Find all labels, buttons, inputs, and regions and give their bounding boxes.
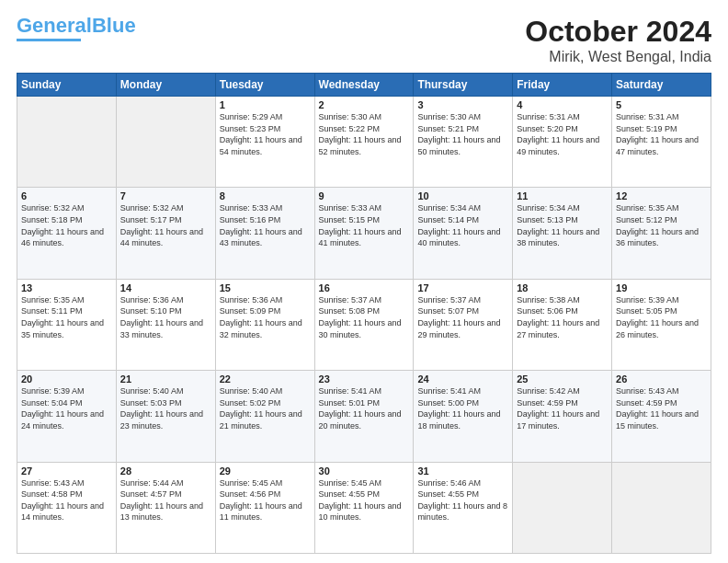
day-number: 26: [616, 373, 707, 385]
cell-details: Sunrise: 5:35 AMSunset: 5:12 PMDaylight:…: [616, 202, 707, 248]
cell-details: Sunrise: 5:39 AMSunset: 5:04 PMDaylight:…: [21, 385, 112, 431]
day-number: 4: [517, 99, 608, 110]
day-number: 8: [220, 190, 311, 201]
cell-details: Sunrise: 5:45 AMSunset: 4:56 PMDaylight:…: [220, 477, 311, 523]
week-row-1: 1Sunrise: 5:29 AMSunset: 5:23 PMDaylight…: [17, 97, 711, 188]
cell-details: Sunrise: 5:30 AMSunset: 5:21 PMDaylight:…: [417, 111, 508, 157]
day-number: 27: [21, 465, 112, 477]
day-number: 9: [319, 190, 410, 201]
day-cell: 26Sunrise: 5:43 AMSunset: 4:59 PMDayligh…: [612, 371, 711, 462]
day-cell: 28Sunrise: 5:44 AMSunset: 4:57 PMDayligh…: [116, 462, 215, 553]
day-cell: 9Sunrise: 5:33 AMSunset: 5:15 PMDaylight…: [314, 188, 414, 279]
cell-details: Sunrise: 5:33 AMSunset: 5:16 PMDaylight:…: [220, 202, 311, 248]
col-header-thursday: Thursday: [414, 74, 513, 97]
day-number: 13: [21, 282, 112, 293]
logo-blue: Blue: [92, 14, 136, 37]
day-number: 28: [120, 465, 211, 477]
cell-details: Sunrise: 5:42 AMSunset: 4:59 PMDaylight:…: [517, 385, 608, 431]
week-row-3: 13Sunrise: 5:35 AMSunset: 5:11 PMDayligh…: [17, 279, 711, 370]
cell-details: Sunrise: 5:45 AMSunset: 4:55 PMDaylight:…: [319, 477, 410, 523]
day-number: 6: [21, 190, 112, 201]
day-number: 5: [616, 99, 707, 110]
logo-underline: [17, 39, 81, 41]
week-row-5: 27Sunrise: 5:43 AMSunset: 4:58 PMDayligh…: [17, 462, 711, 553]
cell-details: Sunrise: 5:41 AMSunset: 5:01 PMDaylight:…: [319, 385, 410, 431]
day-cell: 1Sunrise: 5:29 AMSunset: 5:23 PMDaylight…: [215, 97, 314, 188]
logo-general: General: [17, 14, 92, 37]
day-cell: 7Sunrise: 5:32 AMSunset: 5:17 PMDaylight…: [116, 188, 215, 279]
day-number: 23: [319, 373, 410, 385]
day-cell: 16Sunrise: 5:37 AMSunset: 5:08 PMDayligh…: [314, 279, 414, 370]
day-number: 18: [517, 282, 608, 293]
day-cell: 8Sunrise: 5:33 AMSunset: 5:16 PMDaylight…: [215, 188, 314, 279]
day-number: 17: [417, 282, 508, 293]
day-number: 22: [220, 373, 311, 385]
cell-details: Sunrise: 5:38 AMSunset: 5:06 PMDaylight:…: [517, 294, 608, 340]
day-number: 25: [517, 373, 608, 385]
day-cell: 22Sunrise: 5:40 AMSunset: 5:02 PMDayligh…: [215, 371, 314, 462]
col-header-wednesday: Wednesday: [314, 74, 414, 97]
day-number: 21: [120, 373, 211, 385]
day-number: 16: [319, 282, 410, 293]
day-cell: [116, 97, 215, 188]
day-cell: 19Sunrise: 5:39 AMSunset: 5:05 PMDayligh…: [612, 279, 711, 370]
day-cell: 31Sunrise: 5:46 AMSunset: 4:55 PMDayligh…: [414, 462, 513, 553]
day-cell: 15Sunrise: 5:36 AMSunset: 5:09 PMDayligh…: [215, 279, 314, 370]
calendar-table: SundayMondayTuesdayWednesdayThursdayFrid…: [17, 73, 711, 554]
cell-details: Sunrise: 5:39 AMSunset: 5:05 PMDaylight:…: [616, 294, 707, 340]
day-number: 12: [616, 190, 707, 201]
day-cell: 6Sunrise: 5:32 AMSunset: 5:18 PMDaylight…: [17, 188, 117, 279]
col-header-monday: Monday: [116, 74, 215, 97]
cell-details: Sunrise: 5:43 AMSunset: 4:58 PMDaylight:…: [21, 477, 112, 523]
page: GeneralBlue October 2024 Mirik, West Ben…: [0, 0, 728, 563]
cell-details: Sunrise: 5:44 AMSunset: 4:57 PMDaylight:…: [120, 477, 211, 523]
day-number: 29: [220, 465, 311, 477]
day-number: 30: [319, 465, 410, 477]
day-cell: 13Sunrise: 5:35 AMSunset: 5:11 PMDayligh…: [17, 279, 117, 370]
col-header-saturday: Saturday: [612, 74, 711, 97]
day-cell: 11Sunrise: 5:34 AMSunset: 5:13 PMDayligh…: [513, 188, 612, 279]
cell-details: Sunrise: 5:36 AMSunset: 5:10 PMDaylight:…: [120, 294, 211, 340]
day-cell: 27Sunrise: 5:43 AMSunset: 4:58 PMDayligh…: [17, 462, 117, 553]
week-row-4: 20Sunrise: 5:39 AMSunset: 5:04 PMDayligh…: [17, 371, 711, 462]
day-cell: 29Sunrise: 5:45 AMSunset: 4:56 PMDayligh…: [215, 462, 314, 553]
day-number: 19: [616, 282, 707, 293]
day-cell: [17, 97, 117, 188]
day-cell: 23Sunrise: 5:41 AMSunset: 5:01 PMDayligh…: [314, 371, 414, 462]
cell-details: Sunrise: 5:40 AMSunset: 5:02 PMDaylight:…: [220, 385, 311, 431]
cell-details: Sunrise: 5:30 AMSunset: 5:22 PMDaylight:…: [319, 111, 410, 157]
day-cell: 5Sunrise: 5:31 AMSunset: 5:19 PMDaylight…: [612, 97, 711, 188]
cell-details: Sunrise: 5:36 AMSunset: 5:09 PMDaylight:…: [220, 294, 311, 340]
day-cell: 2Sunrise: 5:30 AMSunset: 5:22 PMDaylight…: [314, 97, 414, 188]
cell-details: Sunrise: 5:33 AMSunset: 5:15 PMDaylight:…: [319, 202, 410, 248]
header: GeneralBlue October 2024 Mirik, West Ben…: [17, 15, 711, 65]
col-header-tuesday: Tuesday: [215, 74, 314, 97]
day-number: 24: [417, 373, 508, 385]
cell-details: Sunrise: 5:32 AMSunset: 5:18 PMDaylight:…: [21, 202, 112, 248]
cell-details: Sunrise: 5:41 AMSunset: 5:00 PMDaylight:…: [417, 385, 508, 431]
day-cell: 14Sunrise: 5:36 AMSunset: 5:10 PMDayligh…: [116, 279, 215, 370]
day-cell: 10Sunrise: 5:34 AMSunset: 5:14 PMDayligh…: [414, 188, 513, 279]
calendar-subtitle: Mirik, West Bengal, India: [525, 49, 711, 65]
day-number: 15: [220, 282, 311, 293]
day-number: 11: [517, 190, 608, 201]
col-header-sunday: Sunday: [17, 74, 117, 97]
day-cell: 30Sunrise: 5:45 AMSunset: 4:55 PMDayligh…: [314, 462, 414, 553]
day-number: 2: [319, 99, 410, 110]
cell-details: Sunrise: 5:46 AMSunset: 4:55 PMDaylight:…: [417, 477, 508, 523]
day-number: 7: [120, 190, 211, 201]
day-number: 10: [417, 190, 508, 201]
cell-details: Sunrise: 5:31 AMSunset: 5:20 PMDaylight:…: [517, 111, 608, 157]
day-cell: 24Sunrise: 5:41 AMSunset: 5:00 PMDayligh…: [414, 371, 513, 462]
title-block: October 2024 Mirik, West Bengal, India: [525, 15, 711, 65]
week-row-2: 6Sunrise: 5:32 AMSunset: 5:18 PMDaylight…: [17, 188, 711, 279]
day-cell: 25Sunrise: 5:42 AMSunset: 4:59 PMDayligh…: [513, 371, 612, 462]
cell-details: Sunrise: 5:43 AMSunset: 4:59 PMDaylight:…: [616, 385, 707, 431]
day-cell: [513, 462, 612, 553]
cell-details: Sunrise: 5:31 AMSunset: 5:19 PMDaylight:…: [616, 111, 707, 157]
day-cell: 4Sunrise: 5:31 AMSunset: 5:20 PMDaylight…: [513, 97, 612, 188]
cell-details: Sunrise: 5:37 AMSunset: 5:07 PMDaylight:…: [417, 294, 508, 340]
day-cell: 20Sunrise: 5:39 AMSunset: 5:04 PMDayligh…: [17, 371, 117, 462]
day-number: 1: [220, 99, 311, 110]
day-cell: [612, 462, 711, 553]
